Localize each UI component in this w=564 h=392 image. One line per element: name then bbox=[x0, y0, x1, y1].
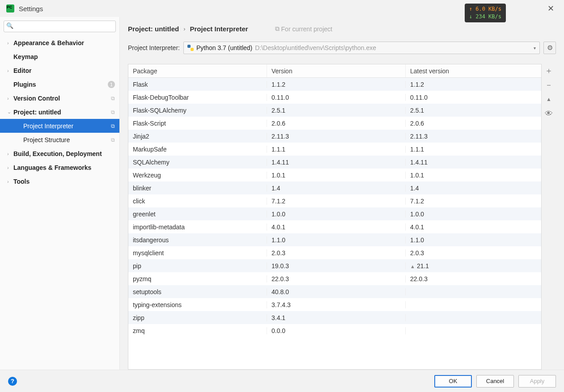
interpreter-dropdown[interactable]: Python 3.7 (untitled) D:\Desktop\untitle… bbox=[183, 42, 540, 54]
cell-version: 0.0.0 bbox=[267, 327, 406, 334]
table-row[interactable]: typing-extensions3.7.4.3 bbox=[128, 298, 541, 311]
copy-icon: ⧉ bbox=[111, 137, 115, 143]
sidebar-item-editor[interactable]: ›Editor bbox=[0, 63, 119, 77]
copy-icon: ⧉ bbox=[275, 25, 280, 33]
table-row[interactable]: Flask1.1.21.1.2 bbox=[128, 78, 541, 91]
sidebar: 🔍 ›Appearance & BehaviorKeymap›EditorPlu… bbox=[0, 17, 120, 370]
cell-package: itsdangerous bbox=[128, 236, 267, 244]
table-body[interactable]: Flask1.1.21.1.2Flask-DebugToolbar0.11.00… bbox=[128, 78, 541, 369]
window-title: Settings bbox=[19, 5, 43, 13]
sidebar-item-project-structure[interactable]: Project Structure⧉ bbox=[0, 133, 119, 147]
help-button[interactable]: ? bbox=[8, 377, 17, 386]
cell-latest: 1.4.11 bbox=[406, 159, 541, 166]
crumb-project[interactable]: Project: untitled bbox=[128, 25, 179, 33]
remove-package-button[interactable]: － bbox=[545, 80, 553, 90]
table-row[interactable]: Jinja22.11.32.11.3 bbox=[128, 130, 541, 143]
show-early-releases-button[interactable]: 👁 bbox=[545, 109, 553, 118]
cell-package: Flask-Script bbox=[128, 120, 267, 127]
package-actions: ＋ － ▲ 👁 bbox=[542, 64, 556, 370]
table-row[interactable]: greenlet1.0.01.0.0 bbox=[128, 207, 541, 220]
sidebar-item-project-interpreter[interactable]: Project Interpreter⧉ bbox=[0, 119, 119, 133]
cell-version: 1.4.11 bbox=[267, 159, 406, 166]
table-row[interactable]: zmq0.0.0 bbox=[128, 324, 541, 337]
app-icon bbox=[6, 4, 14, 13]
sidebar-item-label: Project Interpreter bbox=[23, 122, 73, 130]
table-row[interactable]: SQLAlchemy1.4.111.4.11 bbox=[128, 156, 541, 169]
close-button[interactable]: ✕ bbox=[544, 3, 558, 14]
cell-version: 19.0.3 bbox=[267, 262, 406, 270]
cell-version: 1.1.1 bbox=[267, 146, 406, 153]
table-row[interactable]: Flask-DebugToolbar0.11.00.11.0 bbox=[128, 91, 541, 104]
upgrade-package-button[interactable]: ▲ bbox=[546, 94, 551, 104]
table-row[interactable]: blinker1.41.4 bbox=[128, 181, 541, 194]
sidebar-item-tools[interactable]: ›Tools bbox=[0, 174, 119, 188]
table-row[interactable]: importlib-metadata4.0.14.0.1 bbox=[128, 220, 541, 233]
sidebar-item-project-untitled[interactable]: ⌄Project: untitled⧉ bbox=[0, 105, 119, 119]
table-row[interactable]: pip19.0.3▲21.1 bbox=[128, 259, 541, 272]
cell-latest: 2.11.3 bbox=[406, 133, 541, 140]
cell-version: 1.0.0 bbox=[267, 211, 406, 218]
cell-latest: 4.0.1 bbox=[406, 223, 541, 231]
cell-version: 2.5.1 bbox=[267, 107, 406, 114]
interpreter-settings-button[interactable]: ⚙ bbox=[543, 42, 556, 54]
packages-table: Package Version Latest version Flask1.1.… bbox=[128, 64, 542, 370]
cell-package: Jinja2 bbox=[128, 133, 267, 140]
cell-latest: 1.1.2 bbox=[406, 81, 541, 88]
cell-version: 1.1.2 bbox=[267, 81, 406, 88]
table-row[interactable]: MarkupSafe1.1.11.1.1 bbox=[128, 143, 541, 156]
ok-button[interactable]: OK bbox=[434, 375, 472, 388]
cell-version: 2.0.3 bbox=[267, 249, 406, 257]
sidebar-item-keymap[interactable]: Keymap bbox=[0, 50, 119, 63]
footer: ? OK Cancel Apply bbox=[0, 370, 564, 392]
sidebar-item-label: Editor bbox=[13, 67, 31, 74]
header-package[interactable]: Package bbox=[128, 64, 267, 77]
cell-package: zipp bbox=[128, 314, 267, 321]
cell-package: pip bbox=[128, 262, 267, 270]
sidebar-item-appearance-behavior[interactable]: ›Appearance & Behavior bbox=[0, 36, 119, 50]
table-row[interactable]: Flask-Script2.0.62.0.6 bbox=[128, 117, 541, 130]
cell-package: click bbox=[128, 198, 267, 205]
table-row[interactable]: click7.1.27.1.2 bbox=[128, 194, 541, 207]
table-row[interactable]: Flask-SQLAlchemy2.5.12.5.1 bbox=[128, 104, 541, 117]
cell-package: typing-extensions bbox=[128, 301, 267, 308]
cell-package: Flask-DebugToolbar bbox=[128, 94, 267, 101]
cell-version: 7.1.2 bbox=[267, 198, 406, 205]
cell-version: 1.1.0 bbox=[267, 236, 406, 244]
sidebar-item-version-control[interactable]: ›Version Control⧉ bbox=[0, 91, 119, 105]
table-row[interactable]: zipp3.4.1 bbox=[128, 311, 541, 324]
sidebar-item-label: Plugins bbox=[13, 81, 36, 88]
header-version[interactable]: Version bbox=[267, 64, 406, 77]
settings-tree[interactable]: ›Appearance & BehaviorKeymap›EditorPlugi… bbox=[0, 36, 119, 370]
search-input[interactable] bbox=[4, 21, 116, 32]
chevron-down-icon: ▾ bbox=[534, 46, 536, 51]
cell-version: 40.8.0 bbox=[267, 288, 406, 295]
sidebar-item-build-execution-deployment[interactable]: ›Build, Execution, Deployment bbox=[0, 147, 119, 160]
sidebar-item-plugins[interactable]: Plugins1 bbox=[0, 77, 119, 91]
chevron-right-icon: › bbox=[183, 25, 185, 32]
cancel-button[interactable]: Cancel bbox=[476, 375, 514, 388]
cell-package: pyzmq bbox=[128, 275, 267, 282]
header-latest[interactable]: Latest version bbox=[406, 64, 541, 77]
table-row[interactable]: mysqlclient2.0.32.0.3 bbox=[128, 246, 541, 259]
table-header: Package Version Latest version bbox=[128, 64, 541, 78]
table-row[interactable]: Werkzeug1.0.11.0.1 bbox=[128, 169, 541, 181]
sidebar-item-languages-frameworks[interactable]: ›Languages & Frameworks bbox=[0, 160, 119, 174]
scope-hint: ⧉ For current project bbox=[275, 25, 332, 33]
table-row[interactable]: setuptools40.8.0 bbox=[128, 285, 541, 298]
sidebar-item-label: Languages & Frameworks bbox=[13, 164, 91, 171]
cell-package: Flask bbox=[128, 81, 267, 88]
sidebar-item-label: Appearance & Behavior bbox=[13, 39, 84, 46]
search-icon: 🔍 bbox=[6, 22, 13, 29]
cell-package: importlib-metadata bbox=[128, 223, 267, 231]
search-wrap: 🔍 bbox=[0, 19, 119, 36]
sidebar-item-label: Tools bbox=[13, 178, 30, 185]
cell-version: 1.0.1 bbox=[267, 172, 406, 179]
interpreter-label: Project Interpreter: bbox=[128, 44, 180, 51]
table-row[interactable]: itsdangerous1.1.01.1.0 bbox=[128, 233, 541, 246]
cell-package: SQLAlchemy bbox=[128, 159, 267, 166]
packages-area: Package Version Latest version Flask1.1.… bbox=[128, 64, 556, 370]
add-package-button[interactable]: ＋ bbox=[545, 66, 553, 76]
table-row[interactable]: pyzmq22.0.322.0.3 bbox=[128, 272, 541, 285]
cell-version: 4.0.1 bbox=[267, 223, 406, 231]
main-panel: Project: untitled › Project Interpreter … bbox=[120, 17, 564, 370]
